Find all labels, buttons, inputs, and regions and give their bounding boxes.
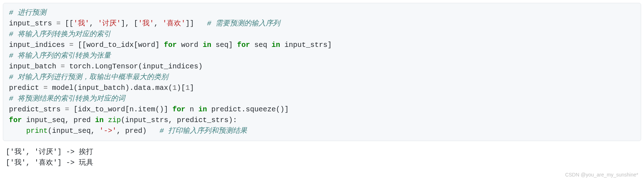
code-line-11: for input_seq, pred in zip(input_strs, p…: [9, 115, 635, 126]
comment: # 进行预测: [9, 9, 46, 17]
code-line-2: input_strs = [['我', '讨厌'], ['我', '喜欢']] …: [9, 18, 635, 29]
watermark: CSDN @you_are_my_sunshine*: [0, 170, 644, 179]
code-line-8: predict = model(input_batch).data.max(1)…: [9, 83, 635, 93]
output-line-2: ['我', '喜欢'] -> 玩具: [6, 158, 638, 168]
code-line-6: input_batch = torch.LongTensor(input_ind…: [9, 61, 635, 72]
code-line-3: # 将输入序列转换为对应的索引: [9, 29, 635, 40]
code-line-4: input_indices = [[word_to_idx[word] for …: [9, 40, 635, 50]
code-block: # 进行预测 input_strs = [['我', '讨厌'], ['我', …: [3, 3, 641, 141]
code-line-5: # 将输入序列的索引转换为张量: [9, 50, 635, 61]
code-line-9: # 将预测结果的索引转换为对应的词: [9, 93, 635, 104]
code-line-12: print(input_seq, '->', pred) # 打印输入序列和预测…: [9, 126, 635, 136]
code-line-1: # 进行预测: [9, 8, 635, 18]
output-line-1: ['我', '讨厌'] -> 挨打: [6, 147, 638, 158]
code-line-7: # 对输入序列进行预测，取输出中概率最大的类别: [9, 72, 635, 83]
code-line-10: predict_strs = [idx_to_word[n.item()] fo…: [9, 104, 635, 115]
output-block: ['我', '讨厌'] -> 挨打 ['我', '喜欢'] -> 玩具: [0, 145, 644, 170]
